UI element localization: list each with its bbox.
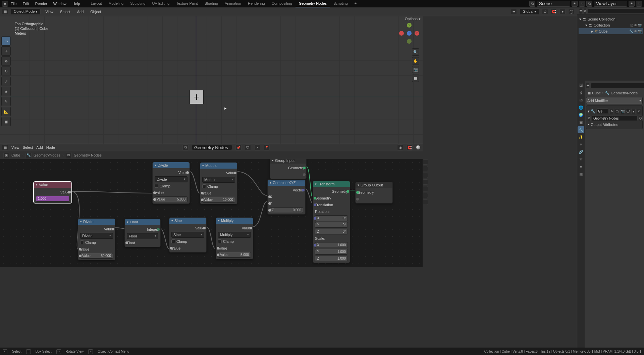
operation-select[interactable]: Sine — [171, 232, 204, 238]
new-scene-icon[interactable]: + — [572, 1, 578, 7]
3d-viewport[interactable]: ➤ Top Orthographic (1) Collection | Cube… — [0, 16, 423, 144]
mod-icon[interactable]: 🔧 — [629, 30, 633, 33]
gizmo-neg-x-icon[interactable] — [399, 31, 404, 36]
tab-render[interactable]: 🖼 — [578, 82, 584, 89]
scale-y-field[interactable]: Y1.000 — [315, 249, 348, 255]
gizmo-neg-y-icon[interactable] — [407, 39, 412, 44]
editor-type-icon[interactable]: ▦ — [2, 9, 8, 15]
crumb-obj[interactable]: Cube — [11, 153, 20, 157]
scene-browse-icon[interactable]: ⧉ — [529, 1, 535, 7]
scene-name-input[interactable] — [537, 1, 570, 7]
viewlayer-browse-icon[interactable]: ⧉ — [586, 1, 592, 7]
vp-menu-object[interactable]: Object — [88, 9, 103, 14]
tab-scene[interactable]: 🌐 — [578, 104, 584, 111]
node-pin-icon[interactable]: 📍 — [264, 144, 270, 150]
tab-constraints[interactable]: 🔗 — [578, 148, 584, 155]
delete-viewlayer-icon[interactable]: × — [636, 1, 642, 7]
pin-icon[interactable]: 📌 — [235, 144, 241, 150]
disable-icon[interactable]: 📷 — [638, 30, 642, 33]
nodegroup-name-input[interactable] — [592, 116, 638, 121]
tab-texpaint[interactable]: Texture Paint — [173, 0, 201, 7]
node-editor-canvas[interactable]: ▾Value Value 1.000 ▾Divide Value Divide … — [0, 159, 423, 267]
gizmo-z-icon[interactable]: Z — [407, 31, 412, 36]
tab-layout[interactable]: Layout — [88, 0, 105, 7]
value-field[interactable]: Value5.000 — [218, 252, 251, 258]
outliner-display-icon[interactable]: ⧉ — [584, 8, 587, 14]
tool-scale[interactable]: ⤢ — [1, 77, 11, 86]
add-modifier-button[interactable]: Add Modifier▾ — [586, 97, 643, 104]
tab-output[interactable]: 🖨 — [578, 89, 584, 96]
node-modulo[interactable]: ▾Modulo Value Modulo Clamp Value Value10… — [200, 162, 237, 204]
navigation-gizmo[interactable]: Y Z X — [399, 23, 419, 46]
outliner-type-icon[interactable]: ≣ — [579, 8, 582, 14]
value-field[interactable]: Value5.000 — [155, 196, 187, 202]
modifier-name-input[interactable] — [596, 108, 608, 114]
node-group-input[interactable]: ▾Group Input Geometry — [270, 159, 307, 179]
editor-type-gn-icon[interactable]: ▦ — [2, 144, 8, 150]
node-transform[interactable]: ▾Transform Geometry Geometry Translation… — [313, 181, 350, 263]
tab-physics[interactable]: ⚛ — [578, 141, 584, 148]
sidebar-tab-6[interactable] — [423, 193, 428, 198]
operation-select[interactable]: Divide — [155, 176, 187, 182]
node-tree-name-input[interactable] — [192, 145, 232, 150]
add-workspace-button[interactable]: + — [351, 0, 360, 7]
mod-render-icon[interactable]: 📷 — [620, 108, 625, 114]
gizmo-x-icon[interactable]: X — [415, 31, 419, 36]
tab-object[interactable]: ▣ — [578, 119, 584, 126]
sidebar-tab-4[interactable] — [423, 179, 428, 185]
crumb-mod[interactable]: GeometryNodes — [34, 153, 60, 157]
node-floor[interactable]: ▾Floor Integer Floor Float — [124, 219, 161, 247]
mode-select[interactable]: Object Mode ▾ — [11, 8, 41, 15]
clamp-checkbox[interactable] — [218, 239, 222, 243]
gn-snap-icon[interactable]: 🧲 — [407, 144, 413, 150]
zoom-icon[interactable]: 🔍 — [412, 48, 419, 56]
sidebar-tab-7[interactable] — [423, 199, 428, 205]
fake-user-icon[interactable]: 🛡 — [245, 144, 251, 150]
menu-render[interactable]: Render — [33, 1, 50, 7]
exclude-icon[interactable]: ☑ — [630, 24, 633, 27]
nodegroup-fake-icon[interactable]: 🛡 — [639, 115, 643, 121]
tab-rendering[interactable]: Rendering — [245, 0, 268, 7]
viewlayer-name-input[interactable] — [594, 1, 627, 7]
menu-help[interactable]: Help — [70, 1, 83, 7]
tab-uv[interactable]: UV Editing — [149, 0, 173, 7]
tab-compositing[interactable]: Compositing — [268, 0, 296, 7]
prop-type-icon[interactable]: ≣ — [586, 83, 589, 89]
clamp-checkbox[interactable] — [80, 240, 84, 244]
menu-window[interactable]: Window — [51, 1, 69, 7]
gizmo-y-icon[interactable]: Y — [407, 23, 412, 28]
node-tree-browse-icon[interactable]: ⧉ — [182, 144, 189, 150]
hide-icon[interactable]: 👁 — [634, 30, 637, 33]
scale-x-field[interactable]: X1.000 — [315, 242, 348, 248]
operation-select[interactable]: Floor — [127, 233, 158, 239]
tool-add-cube[interactable]: ▣ — [1, 117, 11, 126]
gn-menu-node[interactable]: Node — [46, 145, 55, 149]
tab-geometry-nodes[interactable]: Geometry Nodes — [296, 0, 330, 7]
clamp-checkbox[interactable] — [155, 184, 158, 188]
tool-move[interactable]: ✥ — [1, 56, 11, 66]
viewport-options-button[interactable]: Options ▾ — [405, 17, 421, 21]
scale-z-field[interactable]: Z1.000 — [315, 256, 348, 261]
rot-z-field[interactable]: Z0° — [315, 229, 348, 234]
rot-y-field[interactable]: Y0° — [315, 222, 348, 228]
gn-menu-select[interactable]: Select — [23, 145, 33, 149]
tab-particles[interactable]: ✨ — [578, 134, 584, 140]
tab-texture[interactable]: ▦ — [578, 171, 584, 177]
tab-modifiers[interactable]: 🔧 — [578, 126, 584, 133]
nodegroup-browse-icon[interactable]: ⧉ — [588, 115, 591, 121]
pan-icon[interactable]: ✋ — [412, 57, 419, 64]
disable-icon[interactable]: 📷 — [638, 24, 642, 27]
tree-cube[interactable]: ▸▽Cube 🔧👁📷 — [579, 28, 643, 34]
outliner-search[interactable] — [588, 8, 644, 14]
node-value[interactable]: ▾Value Value 1.000 — [34, 181, 72, 203]
orientation-icon[interactable]: ⬌ — [511, 9, 517, 15]
tab-scripting[interactable]: Scripting — [330, 0, 351, 7]
tool-measure[interactable]: 📐 — [1, 107, 11, 116]
mod-display-icon[interactable]: ▢ — [615, 108, 619, 114]
tool-cursor[interactable]: ✛ — [1, 46, 11, 56]
menu-file[interactable]: File — [8, 1, 19, 7]
snap-icon[interactable]: 🧲 — [551, 9, 557, 15]
tree-scene-collection[interactable]: ▾🗀Scene Collection — [579, 16, 643, 22]
gn-overlay-icon[interactable]: ◑ — [397, 144, 403, 150]
mod-realtime-icon[interactable]: 🖵 — [626, 108, 630, 114]
